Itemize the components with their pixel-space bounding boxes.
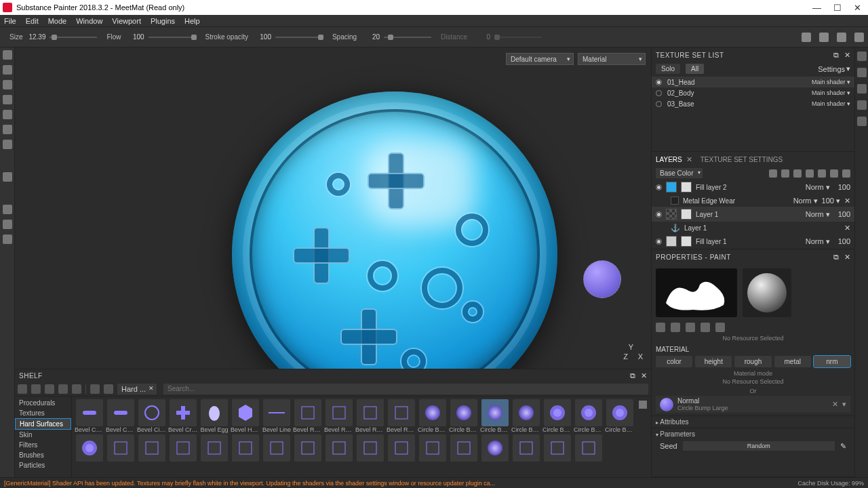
- shelf-category[interactable]: Procedurals: [15, 398, 71, 408]
- normal-channel-row[interactable]: Normal Circle Bump Large ✕ ▾: [656, 396, 850, 413]
- prop-alpha-icon[interactable]: [671, 323, 680, 332]
- attributes-section[interactable]: Attributes: [652, 415, 854, 428]
- normal-clear-icon[interactable]: ✕: [832, 400, 838, 409]
- shelf-filter-chip[interactable]: Hard ...✕: [117, 384, 157, 394]
- clone-tool-icon[interactable]: [3, 125, 12, 134]
- ts-solo-button[interactable]: Solo: [656, 64, 680, 74]
- polyfill-tool-icon[interactable]: [3, 95, 12, 104]
- shelf-item[interactable]: Bevel Cross: [168, 399, 198, 433]
- history-icon[interactable]: [857, 100, 867, 110]
- settings-icon[interactable]: [3, 235, 12, 244]
- symmetry-icon[interactable]: [3, 205, 12, 214]
- shelf-item[interactable]: Circle Bump: [418, 399, 448, 433]
- shelf-item[interactable]: Circle Butto...: [574, 399, 604, 433]
- shelf-item[interactable]: Bevel Recta...: [355, 399, 385, 433]
- chip-remove-icon[interactable]: ✕: [149, 385, 154, 392]
- prop-material-icon[interactable]: [715, 323, 725, 332]
- channel-color[interactable]: color: [656, 356, 692, 367]
- shelf-item[interactable]: Bevel Caps...: [106, 399, 136, 433]
- shelf-item[interactable]: [168, 434, 198, 462]
- ts-popout-icon[interactable]: ⧉: [833, 51, 839, 60]
- shelf-filter-icon[interactable]: [90, 384, 100, 394]
- close-button[interactable]: ✕: [854, 3, 861, 13]
- channel-nrm[interactable]: nrm: [814, 356, 850, 367]
- shelf-item[interactable]: [199, 434, 229, 462]
- shelf-item[interactable]: [293, 434, 323, 462]
- bake-icon[interactable]: [3, 220, 12, 229]
- shelf-item[interactable]: [449, 434, 479, 462]
- minimize-button[interactable]: —: [812, 3, 821, 13]
- smudge-tool-icon[interactable]: [3, 110, 12, 119]
- seed-edit-icon[interactable]: ✎: [840, 442, 846, 451]
- layers-channel-dropdown[interactable]: Base Color: [656, 168, 703, 178]
- shelf-item[interactable]: Circle Button: [542, 399, 572, 433]
- layer-mask-thumbnail[interactable]: [681, 182, 692, 192]
- flow-slider[interactable]: [149, 33, 196, 42]
- layer-row[interactable]: Fill layer 2Norm ▾100: [652, 180, 854, 195]
- layers-folder-icon[interactable]: [830, 169, 838, 178]
- camera-icon[interactable]: [854, 33, 864, 42]
- shader-dropdown[interactable]: Main shader ▾: [812, 89, 850, 96]
- shelf-item[interactable]: Bevel Recta...: [387, 399, 416, 433]
- layer-row[interactable]: Fill layer 1Norm ▾100: [652, 234, 854, 249]
- layer-mask-thumbnail[interactable]: [681, 209, 692, 220]
- menu-mode[interactable]: Mode: [48, 17, 67, 25]
- layer-visibility-icon[interactable]: [656, 184, 662, 190]
- shelf-export-icon[interactable]: [45, 384, 54, 394]
- texture-set-item[interactable]: 03_BaseMain shader ▾: [652, 98, 854, 109]
- render-icon[interactable]: [837, 33, 846, 42]
- camera-dropdown[interactable]: Default camera: [506, 53, 574, 65]
- shelf-item[interactable]: Circle Bum...: [449, 399, 479, 433]
- shelf-grid-toggle-icon[interactable]: [639, 401, 647, 409]
- layer-thumbnail[interactable]: [666, 236, 677, 247]
- shelf-item[interactable]: Bevel Egg: [199, 399, 229, 433]
- layer-visibility-icon[interactable]: [656, 239, 662, 245]
- layer-sub[interactable]: ⚓Layer 1✕: [652, 222, 854, 234]
- shelf-item[interactable]: [262, 434, 292, 462]
- shelf-category[interactable]: Particles: [15, 460, 71, 470]
- shader-dropdown[interactable]: Main shader ▾: [812, 100, 850, 107]
- projection-tool-icon[interactable]: [3, 80, 12, 89]
- tab-layers[interactable]: LAYERS: [656, 156, 682, 163]
- shelf-category[interactable]: Filters: [15, 440, 71, 450]
- layers-smart-icon[interactable]: [818, 169, 826, 178]
- layer-effect[interactable]: Metal Edge WearNorm ▾100 ▾✕: [652, 195, 854, 207]
- menu-edit[interactable]: Edit: [26, 17, 39, 25]
- shelf-category[interactable]: Skin: [15, 430, 71, 440]
- menu-plugins[interactable]: Plugins: [151, 17, 175, 25]
- prop-brush-icon[interactable]: [656, 323, 665, 332]
- layer-opacity[interactable]: 100: [838, 237, 850, 245]
- flow-value[interactable]: 100: [125, 33, 144, 41]
- layers-mask-icon[interactable]: [781, 169, 789, 178]
- shelf-item[interactable]: [231, 434, 260, 462]
- visibility-radio-icon[interactable]: [656, 101, 662, 107]
- parameters-section[interactable]: Parameters: [652, 428, 854, 440]
- shelf-category[interactable]: Hard Surfaces: [15, 418, 71, 430]
- shelf-item[interactable]: [75, 434, 104, 462]
- opacity-value[interactable]: 100: [252, 33, 271, 41]
- texture-set-item[interactable]: 01_HeadMain shader ▾: [652, 77, 854, 87]
- layer-mask-thumbnail[interactable]: [681, 236, 692, 247]
- layer-visibility-icon[interactable]: [656, 211, 662, 218]
- prop-texture-icon[interactable]: [701, 323, 710, 332]
- effect-remove-icon[interactable]: ✕: [844, 197, 850, 205]
- iray-icon[interactable]: [819, 33, 829, 42]
- shelf-view-icon[interactable]: [72, 384, 81, 394]
- shelf-home-icon[interactable]: [18, 384, 27, 394]
- layers-add-icon[interactable]: [793, 169, 802, 178]
- render-mode-dropdown[interactable]: Material: [578, 53, 646, 65]
- layer-row[interactable]: Layer 1Norm ▾100: [652, 207, 854, 222]
- layer-thumbnail[interactable]: [666, 182, 677, 192]
- shelf-search-input[interactable]: Search...: [163, 384, 648, 394]
- effect-blend[interactable]: Norm ▾: [793, 197, 818, 205]
- layer-blend[interactable]: Norm ▾: [806, 237, 830, 246]
- shelf-category[interactable]: Textures: [15, 408, 71, 418]
- shelf-link-icon[interactable]: [58, 384, 68, 394]
- seed-random-button[interactable]: Random: [683, 441, 835, 451]
- shelf-item[interactable]: Bevel Recta...: [293, 399, 323, 433]
- eraser-tool-icon[interactable]: [3, 65, 12, 75]
- viewer-settings-icon[interactable]: [857, 52, 867, 61]
- shelf-item[interactable]: [574, 434, 604, 462]
- tab-layers-close-icon[interactable]: ✕: [686, 155, 692, 164]
- viewport-3d[interactable]: Default camera Material YZX: [15, 47, 651, 369]
